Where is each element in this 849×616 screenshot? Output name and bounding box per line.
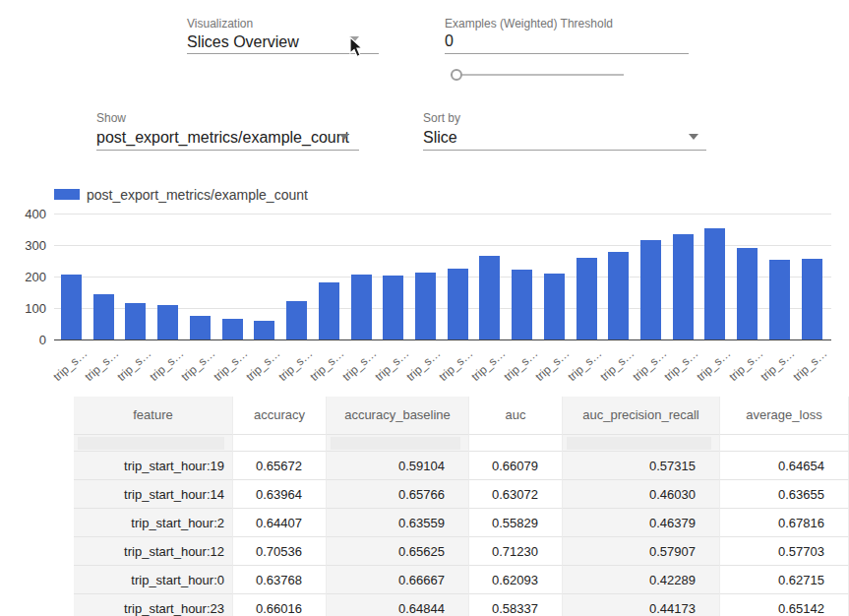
column-header-feature[interactable]: feature	[74, 397, 233, 434]
filter-cell	[74, 434, 233, 451]
table-header-row: featureaccuracyaccuracy_baselineaucauc_p…	[74, 397, 849, 434]
filter-cell	[469, 434, 563, 451]
metric-cell: 0.62093	[469, 565, 563, 593]
filter-cell	[720, 434, 849, 451]
column-filter-input[interactable]	[724, 437, 840, 450]
y-axis-tick: 200	[7, 270, 46, 284]
metric-cell: 0.46030	[563, 479, 720, 508]
chart-bar[interactable]	[125, 303, 146, 339]
filter-cell	[563, 434, 720, 451]
metric-cell: 0.71230	[469, 536, 563, 565]
chart-bar[interactable]	[544, 274, 565, 340]
metric-cell: 0.65142	[720, 593, 849, 616]
chart-bar[interactable]	[319, 282, 339, 339]
metric-cell: 0.42289	[563, 565, 720, 593]
chart-bar[interactable]	[448, 269, 468, 339]
mouse-cursor-icon	[349, 36, 365, 62]
feature-cell: trip_start_hour:19	[74, 451, 233, 479]
metric-cell: 0.66016	[233, 593, 327, 616]
chevron-down-icon[interactable]	[689, 134, 698, 140]
chart-bar[interactable]	[673, 234, 694, 339]
metric-cell: 0.59104	[327, 451, 469, 479]
show-select[interactable]: post_export_metrics/example_count	[96, 129, 349, 147]
visualization-select[interactable]: Slices Overview	[187, 33, 299, 51]
feature-cell: trip_start_hour:14	[74, 479, 233, 508]
sort-by-select[interactable]: Slice	[423, 129, 457, 147]
metric-cell: 0.67816	[720, 508, 849, 536]
column-filter-input[interactable]	[78, 437, 224, 450]
feature-cell: trip_start_hour:12	[74, 536, 233, 565]
column-filter-input[interactable]	[473, 437, 554, 450]
filter-cell	[233, 434, 327, 451]
table-row: trip_start_hour:20.644070.635590.558290.…	[74, 508, 849, 536]
metric-cell: 0.44173	[563, 593, 720, 616]
metric-cell: 0.63559	[327, 508, 469, 536]
chart-bar[interactable]	[222, 319, 243, 339]
table-filter-row	[74, 434, 849, 451]
metrics-table: featureaccuracyaccuracy_baselineaucauc_p…	[74, 397, 849, 616]
table-row: trip_start_hour:230.660160.648440.583370…	[74, 593, 849, 616]
threshold-slider-track[interactable]	[451, 74, 624, 76]
chevron-down-icon[interactable]	[339, 134, 349, 140]
metric-cell: 0.63655	[720, 479, 849, 508]
chart-bar[interactable]	[415, 273, 436, 339]
table-row: trip_start_hour:140.639640.657660.630720…	[74, 479, 849, 508]
chart-bar[interactable]	[351, 275, 372, 339]
metric-cell: 0.65625	[327, 536, 469, 565]
gridline-0	[54, 339, 831, 340]
y-axis-tick: 400	[7, 207, 46, 221]
chart-bar[interactable]	[383, 276, 403, 339]
column-filter-input[interactable]	[331, 437, 460, 450]
y-axis-tick: 100	[7, 301, 46, 316]
gridline-400	[54, 214, 831, 215]
metric-cell: 0.46379	[563, 508, 720, 536]
chart-bar[interactable]	[737, 248, 758, 339]
chart-bar[interactable]	[640, 240, 661, 339]
chart-bar[interactable]	[769, 260, 790, 339]
metric-cell: 0.55829	[469, 508, 563, 536]
chart-bar[interactable]	[479, 256, 500, 339]
metric-cell: 0.63072	[469, 479, 563, 508]
column-header-average_loss[interactable]: average_loss	[720, 397, 849, 434]
metric-cell: 0.57907	[563, 536, 720, 565]
chart-bar[interactable]	[190, 316, 211, 339]
chart-bar[interactable]	[608, 252, 629, 339]
y-axis-tick: 300	[7, 238, 46, 253]
chart-bar[interactable]	[576, 258, 597, 340]
sort-by-underline	[423, 150, 706, 151]
table-row: trip_start_hour:00.637680.666670.620930.…	[74, 565, 849, 593]
metric-cell: 0.65672	[233, 451, 327, 479]
chart-bar[interactable]	[286, 301, 307, 339]
slices-bar-chart: post_export_metrics/example_count 010020…	[0, 182, 849, 397]
table-body: trip_start_hour:190.656720.591040.660790…	[74, 451, 849, 616]
chart-bar[interactable]	[157, 305, 178, 340]
metric-cell: 0.62715	[720, 565, 849, 593]
chart-bar[interactable]	[93, 294, 114, 339]
table-row: trip_start_hour:190.656720.591040.660790…	[74, 451, 849, 479]
column-filter-input[interactable]	[237, 437, 318, 450]
chart-bar[interactable]	[254, 321, 274, 339]
chart-bar[interactable]	[61, 275, 82, 339]
feature-cell: trip_start_hour:0	[74, 565, 233, 593]
legend-label: post_export_metrics/example_count	[87, 187, 308, 203]
threshold-input[interactable]: 0	[445, 32, 454, 50]
chart-bar[interactable]	[802, 259, 822, 339]
column-filter-input[interactable]	[567, 437, 711, 450]
show-label: Show	[96, 111, 126, 125]
metric-cell: 0.66079	[469, 451, 563, 479]
column-header-accuracy_baseline[interactable]: accuracy_baseline	[327, 397, 469, 434]
visualization-label: Visualization	[187, 17, 253, 31]
metric-cell: 0.64654	[720, 451, 849, 479]
metric-cell: 0.63768	[233, 565, 327, 593]
column-header-accuracy[interactable]: accuracy	[233, 397, 327, 434]
table-row: trip_start_hour:120.705360.656250.712300…	[74, 536, 849, 565]
threshold-slider-handle[interactable]	[451, 69, 462, 81]
sort-by-label: Sort by	[423, 111, 460, 125]
chart-bar[interactable]	[704, 228, 725, 339]
column-header-auc[interactable]: auc	[469, 397, 563, 434]
feature-cell: trip_start_hour:2	[74, 508, 233, 536]
metric-cell: 0.58337	[469, 593, 563, 616]
chart-bar[interactable]	[512, 270, 532, 339]
threshold-underline	[445, 53, 689, 54]
column-header-auc_precision_recall[interactable]: auc_precision_recall	[563, 397, 720, 434]
